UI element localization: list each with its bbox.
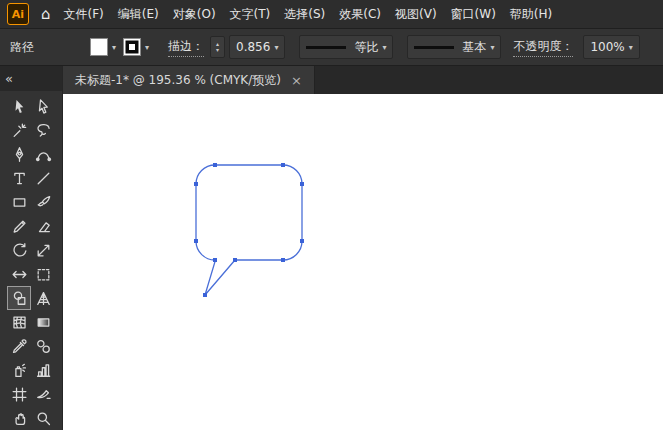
hand-tool-icon [11, 410, 28, 427]
anchor-point[interactable] [213, 163, 217, 167]
menu-item-4[interactable]: 选择(S) [277, 0, 332, 28]
scale-tool[interactable] [31, 238, 55, 262]
eyedropper-tool[interactable] [7, 334, 31, 358]
dropdown-arrow-icon: ▾ [112, 43, 116, 52]
artboard-tool[interactable] [7, 382, 31, 406]
free-transform-tool[interactable] [31, 262, 55, 286]
anchor-point[interactable] [300, 239, 304, 243]
stroke-weight-stepper[interactable]: ▴ ▾ [210, 36, 225, 58]
menu-item-6[interactable]: 视图(V) [388, 0, 444, 28]
menu-item-5[interactable]: 效果(C) [332, 0, 388, 28]
curvature-tool[interactable] [31, 142, 55, 166]
document-tabbar: 未标题-1* @ 195.36 % (CMYK/预览) × [63, 66, 663, 94]
shape-builder-tool[interactable] [7, 286, 31, 310]
type-tool-icon [11, 170, 28, 187]
eraser-tool[interactable] [31, 214, 55, 238]
direct-selection-tool[interactable] [31, 94, 55, 118]
mesh-tool[interactable] [7, 310, 31, 334]
zoom-tool[interactable] [31, 406, 55, 430]
dropdown-arrow-icon: ▾ [629, 43, 633, 52]
column-graph-tool[interactable] [31, 358, 55, 382]
lasso-tool[interactable] [31, 118, 55, 142]
collapse-panel-icon[interactable]: « [5, 71, 13, 86]
magic-wand-tool[interactable] [7, 118, 31, 142]
dropdown-arrow-icon: ▾ [145, 43, 149, 52]
hand-tool[interactable] [7, 406, 31, 430]
rotate-tool[interactable] [7, 238, 31, 262]
menubar: Ai ⌂ 文件(F)编辑(E)对象(O)文字(T)选择(S)效果(C)视图(V)… [0, 0, 663, 28]
anchor-point[interactable] [233, 258, 237, 262]
symbol-sprayer-tool[interactable] [7, 358, 31, 382]
illustrator-logo-icon[interactable]: Ai [7, 3, 29, 25]
shaper-tool[interactable] [7, 214, 31, 238]
dropdown-arrow-icon: ▾ [490, 43, 494, 52]
menu-item-2[interactable]: 对象(O) [166, 0, 223, 28]
symbol-sprayer-tool-icon [11, 362, 28, 379]
type-tool[interactable] [7, 166, 31, 190]
perspective-grid-tool[interactable] [31, 286, 55, 310]
width-tool-icon [11, 266, 28, 283]
curvature-tool-icon [35, 146, 52, 163]
width-profile-dropdown[interactable]: 等比 ▾ [299, 35, 393, 59]
anchor-point[interactable] [281, 258, 285, 262]
tab-close-icon[interactable]: × [291, 73, 302, 88]
line-segment-tool[interactable] [31, 166, 55, 190]
menu-item-1[interactable]: 编辑(E) [111, 0, 166, 28]
blend-tool[interactable] [31, 334, 55, 358]
perspective-grid-tool-icon [35, 290, 52, 307]
eraser-tool-icon [35, 218, 52, 235]
stroke-weight-input[interactable]: 0.856 ▾ [229, 35, 285, 59]
speech-bubble-path[interactable] [196, 165, 302, 295]
free-transform-tool-icon [35, 266, 52, 283]
artboard-tool-icon [11, 386, 28, 403]
anchor-point[interactable] [194, 182, 198, 186]
stroke-color-swatch[interactable]: ▾ [123, 38, 149, 56]
stepper-down-icon: ▾ [216, 47, 219, 53]
toolbar [0, 91, 62, 430]
opacity-label[interactable]: 不透明度： [513, 38, 573, 57]
document-area: 未标题-1* @ 195.36 % (CMYK/预览) × [63, 66, 663, 430]
menu-item-8[interactable]: 帮助(H) [503, 0, 559, 28]
document-tab[interactable]: 未标题-1* @ 195.36 % (CMYK/预览) × [63, 66, 315, 94]
menu-item-7[interactable]: 窗口(W) [444, 0, 503, 28]
menu-item-3[interactable]: 文字(T) [223, 0, 278, 28]
blend-tool-icon [35, 338, 52, 355]
menu-items: 文件(F)编辑(E)对象(O)文字(T)选择(S)效果(C)视图(V)窗口(W)… [57, 0, 560, 28]
rectangle-tool[interactable] [7, 190, 31, 214]
magic-wand-tool-icon [11, 122, 28, 139]
gradient-tool-icon [35, 314, 52, 331]
tools-dock-header: « [0, 66, 62, 91]
fill-color-swatch[interactable]: ▾ [90, 38, 116, 56]
selection-tool[interactable] [7, 94, 31, 118]
pen-tool[interactable] [7, 142, 31, 166]
anchor-point[interactable] [300, 182, 304, 186]
shape-builder-tool-icon [11, 290, 28, 307]
opacity-dropdown[interactable]: 100% ▾ [583, 35, 639, 59]
gradient-tool[interactable] [31, 310, 55, 334]
stroke-weight-value: 0.856 [236, 40, 270, 54]
anchor-point[interactable] [213, 258, 217, 262]
stroke-label[interactable]: 描边： [168, 38, 204, 57]
menu-item-0[interactable]: 文件(F) [57, 0, 111, 28]
width-tool[interactable] [7, 262, 31, 286]
brush-dropdown[interactable]: 基本 ▾ [407, 35, 501, 59]
anchor-point[interactable] [203, 293, 207, 297]
selection-type-label: 路径 [10, 39, 34, 56]
paintbrush-tool-icon [35, 194, 52, 211]
paintbrush-tool[interactable] [31, 190, 55, 214]
home-icon[interactable]: ⌂ [41, 0, 51, 28]
workspace: « 未标题-1* @ 195.36 % (CMYK/预览) × [0, 66, 663, 430]
stroke-color-chip [123, 38, 141, 56]
tools-dock: « [0, 66, 63, 430]
anchor-point[interactable] [194, 239, 198, 243]
slice-tool[interactable] [31, 382, 55, 406]
selection-tool-icon [11, 98, 28, 115]
rectangle-tool-icon [11, 194, 28, 211]
canvas[interactable] [63, 94, 663, 430]
width-profile-preview-icon [306, 46, 346, 49]
column-graph-tool-icon [35, 362, 52, 379]
zoom-tool-icon [35, 410, 52, 427]
anchor-point[interactable] [281, 163, 285, 167]
mesh-tool-icon [11, 314, 28, 331]
dropdown-arrow-icon: ▾ [274, 43, 278, 52]
